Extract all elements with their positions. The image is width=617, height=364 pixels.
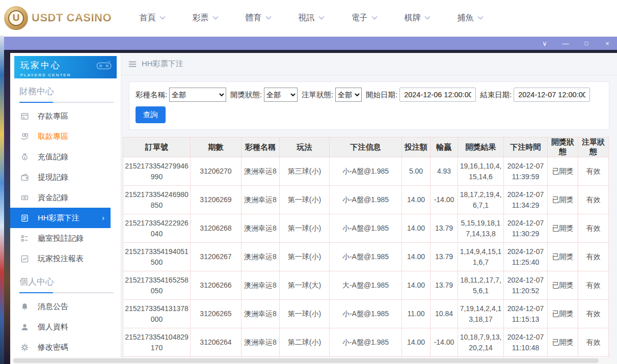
- column-header: 注單狀態: [578, 137, 609, 157]
- table-row: 215217335427994699031206270澳洲幸运8第三球(小)小-…: [123, 157, 609, 186]
- table-cell: 澳洲幸运8: [242, 300, 280, 328]
- table-cell: 2152173354131378000: [123, 300, 191, 328]
- table-cell: 第一球(小): [280, 243, 330, 271]
- nav-item-label: 棋牌: [405, 13, 421, 23]
- sidebar-item-room-bet-records[interactable]: 廳室投註記錄: [10, 228, 121, 248]
- chevron-down-icon: [265, 16, 272, 20]
- table-cell: 2024-12-07 11:39:59: [504, 157, 548, 186]
- column-header: 投注額: [402, 137, 431, 157]
- horizontal-scrollbar-thumb[interactable]: [13, 358, 599, 363]
- site-header: U USDT CASINO 首頁彩票體育視訊電子棋牌捕魚: [0, 0, 617, 36]
- draw-status-label: 開獎狀態:: [230, 90, 262, 100]
- lottery-name-select[interactable]: 全部: [169, 88, 226, 102]
- table-cell: 13.79: [431, 271, 458, 300]
- column-header: 開獎結果: [458, 137, 504, 157]
- sidebar-section-title: 財務中心: [19, 86, 121, 102]
- chevron-down-icon: [477, 16, 484, 20]
- table-cell: 2024-12-07 11:20:52: [504, 271, 548, 300]
- sidebar-subtitle: PLAYERS CENTER: [20, 73, 112, 77]
- table-cell: 澳洲幸运8: [242, 186, 280, 214]
- table-cell: 小-A盤@1.985: [330, 157, 402, 186]
- table-cell: 2152173354165258050: [123, 271, 191, 300]
- sidebar-item-hh-lottery-bets[interactable]: HH彩票下注›: [10, 208, 111, 228]
- table-cell: 有效: [578, 328, 609, 357]
- nav-item-home[interactable]: 首頁: [126, 0, 179, 36]
- sidebar-item-recharge-records[interactable]: 充值記錄: [10, 147, 121, 167]
- deposit-icon: [20, 112, 29, 121]
- hamburger-menu-icon[interactable]: [128, 61, 137, 68]
- nav-item-label: 視訊: [299, 13, 315, 23]
- table-row: 215217335422292604031206268澳洲幸运8第一球(小)小-…: [123, 214, 609, 243]
- window-minimize-button[interactable]: —: [562, 40, 569, 47]
- table-cell: 4.93: [431, 157, 458, 186]
- sidebar-item-label: 提現記錄: [38, 173, 68, 182]
- table-cell: -14.00: [431, 328, 458, 357]
- logo-coin-icon: U: [4, 6, 28, 30]
- player-center-window: ∨—□× 玩家中心 PLAYERS CENTER 財務中心存款專區取款專區充: [4, 37, 617, 364]
- sidebar-item-profile[interactable]: 個人資料: [10, 317, 121, 337]
- window-close-button[interactable]: ×: [604, 40, 611, 47]
- sidebar-item-withdraw-area[interactable]: 取款專區: [10, 126, 121, 147]
- wallet-icon: [20, 173, 29, 182]
- checklist-icon: [20, 234, 29, 243]
- nav-item-sports[interactable]: 體育: [232, 0, 285, 36]
- table-cell: 19,16,1,10,4,15,14,6: [458, 157, 504, 186]
- window-collapse-button[interactable]: ∨: [541, 40, 548, 47]
- table-cell: 14.00: [402, 243, 431, 271]
- sidebar-item-player-bet-report[interactable]: 玩家投注報表: [10, 248, 121, 269]
- table-row: 215217335413137800031206265澳洲幸运8第一球(小)小-…: [123, 300, 609, 328]
- table-cell: 有效: [578, 300, 609, 328]
- nav-item-label: 首頁: [140, 13, 156, 23]
- nav-item-label: 體育: [246, 13, 262, 23]
- search-button[interactable]: 查詢: [136, 106, 166, 123]
- table-cell: 14.00: [402, 186, 431, 214]
- chevron-down-icon: [424, 16, 431, 20]
- table-cell: -14.00: [431, 186, 458, 214]
- gear-icon: [20, 343, 29, 352]
- nav-item-label: 捕魚: [458, 13, 474, 23]
- lottery-name-label: 彩種名稱:: [136, 90, 167, 100]
- table-cell: 澳洲幸运8: [242, 243, 280, 271]
- nav-item-label: 電子: [352, 13, 368, 23]
- order-status-label: 注單狀態:: [302, 90, 333, 100]
- sidebar-header: 玩家中心 PLAYERS CENTER: [14, 56, 117, 78]
- sidebar-item-change-password[interactable]: 修改密碼: [10, 337, 121, 357]
- window-body: 玩家中心 PLAYERS CENTER 財務中心存款專區取款專區充值記錄提現記錄…: [4, 50, 617, 364]
- chevron-down-icon: [159, 16, 166, 20]
- page-background-art: [0, 36, 4, 364]
- nav-item-fishing[interactable]: 捕魚: [444, 0, 497, 36]
- table-cell: 2152173354194051500: [123, 243, 191, 271]
- table-cell: 31206269: [191, 186, 242, 214]
- start-date-input[interactable]: [399, 88, 476, 102]
- start-date-label: 開始日期:: [366, 90, 397, 100]
- sidebar-item-withdrawal-records[interactable]: 提現記錄: [10, 167, 121, 187]
- draw-status-select[interactable]: 全部: [264, 88, 298, 102]
- table-row: 215217335416525805031206266澳洲幸运8第一球(大)大-…: [123, 271, 609, 300]
- main-nav: 首頁彩票體育視訊電子棋牌捕魚: [126, 0, 497, 36]
- table-cell: 31206265: [191, 300, 242, 328]
- sidebar-item-deposit-area[interactable]: 存款專區: [10, 106, 121, 126]
- end-date-input[interactable]: [514, 88, 590, 102]
- column-header: 訂單號: [123, 137, 191, 157]
- table-cell: 31206268: [191, 214, 242, 243]
- table-cell: 澳洲幸运8: [242, 214, 280, 243]
- nav-item-lottery[interactable]: 彩票: [179, 0, 232, 36]
- sidebar-item-funds-records[interactable]: 資金記錄: [10, 187, 121, 208]
- nav-item-board-games[interactable]: 棋牌: [391, 0, 444, 36]
- moneybag-icon: [20, 153, 29, 161]
- table-cell: 18,11,2,17,7,5,6,1: [458, 271, 504, 300]
- list-icon: [20, 214, 29, 222]
- chevron-down-icon: [371, 16, 378, 20]
- column-header: 期數: [191, 137, 242, 157]
- nav-item-slots[interactable]: 電子: [338, 0, 391, 36]
- sidebar-item-label: 存款專區: [38, 111, 68, 121]
- logo-text: USDT CASINO: [32, 11, 112, 24]
- window-maximize-button[interactable]: □: [583, 40, 590, 46]
- table-cell: 13.79: [431, 243, 458, 271]
- chevron-down-icon: [318, 16, 325, 20]
- order-status-select[interactable]: 全部: [335, 88, 362, 102]
- sidebar-item-announcements[interactable]: 消息公告: [10, 296, 121, 317]
- chevron-down-icon: ∨: [542, 40, 547, 47]
- table-cell: 31206270: [191, 157, 242, 186]
- nav-item-video[interactable]: 視訊: [285, 0, 338, 36]
